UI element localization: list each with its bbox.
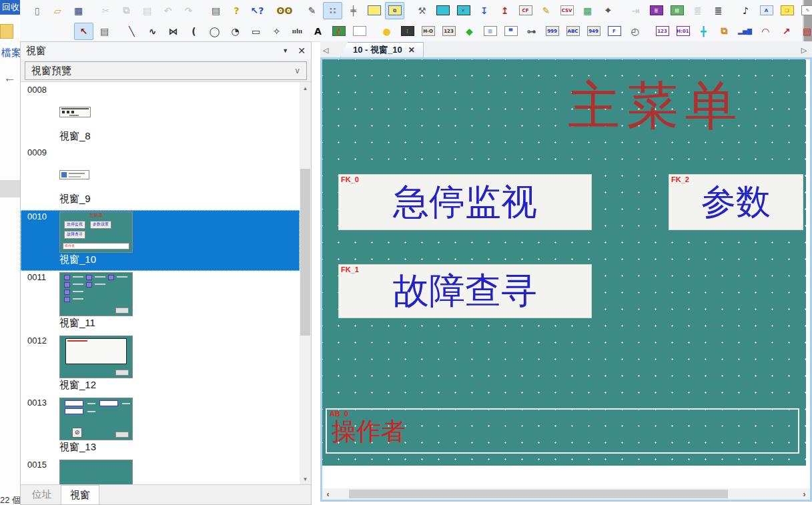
window-id: 0009	[27, 147, 300, 157]
window-item-0012[interactable]: 0012視窗_12	[21, 334, 300, 396]
tab-window-10[interactable]: 10 - 視窗_10 ✕	[340, 42, 424, 57]
panel-tab-address[interactable]: 位址	[23, 485, 61, 504]
animation-icon[interactable]: ⧉	[715, 23, 734, 40]
bit-switch-icon[interactable]: H-O	[418, 23, 438, 40]
new-file-icon[interactable]: ▯	[27, 2, 47, 19]
print-icon[interactable]: ▤	[206, 2, 226, 19]
scroll-down-icon[interactable]: ▾	[300, 473, 311, 484]
panel-menu-caret-icon[interactable]: ▼	[282, 47, 288, 54]
panel-tab-window[interactable]: 視窗	[61, 485, 99, 504]
window-item-0009[interactable]: 0009視窗_9	[21, 147, 300, 210]
numeric-display-icon[interactable]: 999	[542, 23, 562, 40]
window-item-0008[interactable]: 0008視窗_8	[21, 85, 300, 147]
tab-scroll-left-icon[interactable]: ◁	[320, 46, 331, 57]
meter-display-icon[interactable]: ◠	[756, 23, 775, 40]
upload-icon[interactable]: ↥	[495, 2, 514, 19]
bit-lamp-icon[interactable]: ●	[377, 23, 396, 40]
numeric-input-icon[interactable]: 123	[653, 23, 672, 40]
canvas-horizontal-scrollbar[interactable]: ‹ ›	[322, 488, 810, 500]
system-monitor-icon[interactable]: ⌖	[598, 2, 618, 19]
scroll-left-icon[interactable]: ‹	[322, 488, 334, 500]
online-simulation-icon[interactable]	[433, 2, 452, 19]
rectangle-tool-icon[interactable]: ▭	[246, 23, 266, 40]
arc-tool-icon[interactable]: (	[184, 23, 204, 40]
screen-settings-icon[interactable]: ▥	[480, 23, 500, 40]
picture-tool-icon[interactable]: ▞	[329, 23, 348, 40]
picture-library-icon[interactable]: ▨	[667, 2, 687, 19]
context-help-icon[interactable]: ↖?	[248, 2, 267, 19]
bezier-tool-icon[interactable]: ∿	[143, 23, 162, 40]
line-tool-icon[interactable]: ╲	[122, 23, 141, 40]
snap-icon[interactable]: ╪	[344, 2, 363, 19]
help-icon[interactable]: ?	[227, 2, 246, 19]
direct-window-icon[interactable]: ▀	[501, 23, 520, 40]
word-switch-icon[interactable]: 123	[439, 23, 458, 40]
pie-tool-icon[interactable]: ◔	[226, 23, 245, 40]
pen-icon[interactable]: ✎	[302, 2, 322, 19]
tab-close-icon[interactable]: ✕	[408, 45, 415, 55]
panel-close-icon[interactable]: ✕	[298, 45, 306, 56]
function-key-fk1[interactable]: FK_1 故障查寻	[339, 265, 591, 318]
sign-pen-icon[interactable]: ✎	[536, 2, 556, 19]
macro-editor-icon[interactable]: ✎	[798, 2, 812, 19]
function-key-icon[interactable]: ◆	[460, 23, 479, 40]
polygon-tool-icon[interactable]: ◯	[205, 23, 224, 40]
shape-library-icon[interactable]: ≣	[709, 2, 728, 19]
save-icon[interactable]: ▦	[69, 2, 88, 19]
frame-tool-icon[interactable]	[350, 23, 369, 40]
select-tool-icon[interactable]: ↖	[74, 23, 93, 40]
window-item-0015[interactable]: 0015	[21, 458, 300, 484]
trend-display-icon[interactable]: ↗	[777, 23, 796, 40]
scroll-right-icon[interactable]: ›	[799, 488, 810, 500]
multi-state-lamp-icon[interactable]: ⋮	[398, 23, 417, 40]
data-table-green-icon[interactable]: ▦	[578, 2, 597, 19]
offline-simulation-icon[interactable]: ✕	[454, 2, 473, 19]
toggle-switch-icon[interactable]: ⊶	[522, 23, 541, 40]
history-data-table-icon[interactable]: ▤	[797, 23, 812, 40]
open-file-icon[interactable]: ▱	[48, 2, 67, 19]
clock-icon[interactable]: ◴	[625, 23, 645, 40]
background-gray-block	[0, 180, 20, 197]
csv-export-icon[interactable]: CSV	[557, 2, 576, 19]
toolbar-area: ▯▱▦✂⧉▤↶↷▤?↖?ʘʘ✎∷╪⧉⚒✕↧↥CF✎CSV▦⌖⇥≣▨≣≣♪A❏✎ …	[20, 0, 803, 42]
label-library-icon[interactable]: ❏	[777, 2, 797, 19]
time-display-icon[interactable]: H:01	[673, 23, 693, 40]
scrollbar-thumb[interactable]	[300, 169, 310, 336]
panel-title: 視窗	[26, 45, 46, 57]
window-shape-icon[interactable]	[364, 2, 384, 19]
object-properties-icon[interactable]: ▤	[95, 23, 114, 40]
tab-scroll-right-icon[interactable]: ▷	[799, 46, 809, 57]
text-tool-icon[interactable]: A	[308, 23, 328, 40]
bar-graph-icon[interactable]: ▂▅▇	[735, 23, 755, 40]
hmi-canvas[interactable]: 主菜单 FK_0 急停监视 FK_2 参数 FK_1 故障查寻 AB_0 操作者	[322, 59, 806, 466]
font-window-icon[interactable]: A	[757, 2, 776, 19]
thumb-button: 故障查寻	[64, 231, 85, 239]
window-preview-dropdown[interactable]: 視窗預覽 ∨	[25, 61, 307, 80]
address-book-icon[interactable]: ≣	[647, 2, 666, 19]
scroll-up-icon[interactable]: ▴	[300, 82, 311, 93]
star-tool-icon[interactable]: ✧	[267, 23, 286, 40]
window-thumbnail-0011	[59, 272, 133, 316]
f-register-icon[interactable]: F	[604, 23, 624, 40]
find-icon[interactable]: ʘʘ	[275, 2, 294, 19]
window-list-scrollbar[interactable]: ▴ ▾	[300, 82, 311, 484]
cf-card-icon[interactable]: CF	[516, 2, 535, 19]
hscrollbar-thumb[interactable]	[349, 490, 728, 498]
masked-display-icon[interactable]: 949	[584, 23, 603, 40]
window-label: 視窗_8	[59, 130, 300, 147]
sound-library-icon[interactable]: ♪	[736, 2, 755, 19]
moving-shape-icon[interactable]: ╋	[694, 23, 713, 40]
download-icon[interactable]: ↧	[474, 2, 494, 19]
compile-icon[interactable]: ⚒	[412, 2, 432, 19]
polyline-tool-icon[interactable]: ⋈	[163, 23, 183, 40]
window-item-0010[interactable]: 0010主菜单急停监视参数设置故障查寻操作者視窗_10	[21, 210, 300, 271]
window-item-0013[interactable]: 0013⊘視窗_13	[21, 396, 300, 458]
layers-icon[interactable]: ⧉	[385, 2, 404, 19]
operator-text-object[interactable]: AB_0 操作者	[326, 408, 799, 454]
scale-tool-icon[interactable]: ıılıı	[288, 23, 307, 40]
ascii-display-icon[interactable]: ABC	[563, 23, 582, 40]
function-key-fk2[interactable]: FK_2 参数	[669, 175, 803, 229]
grid-icon[interactable]: ∷	[323, 2, 342, 19]
function-key-fk0[interactable]: FK_0 急停监视	[339, 175, 591, 229]
window-item-0011[interactable]: 0011視窗_11	[21, 271, 300, 334]
